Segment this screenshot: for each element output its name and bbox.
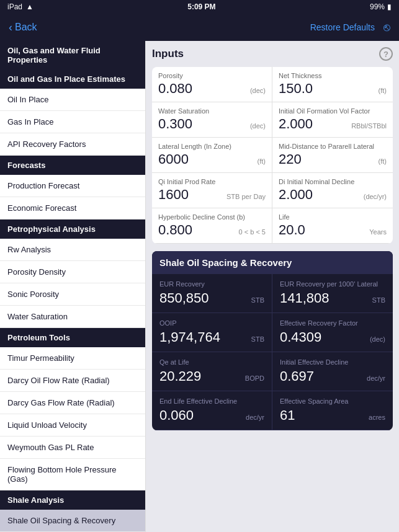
sidebar-item-liquid-unload[interactable]: Liquid Unload Velocity	[0, 414, 145, 437]
result-label-2: OOIP	[159, 319, 264, 327]
input-label-4: Lateral Length (In Zone)	[158, 143, 266, 150]
sidebar-item-timur-permeability[interactable]: Timur Permeability	[0, 347, 145, 370]
input-unit-5: (ft)	[379, 157, 387, 165]
battery-label: 99%	[370, 2, 385, 11]
inputs-grid: Porosity0.080(dec)Net Thickness150.0(ft)…	[152, 67, 393, 244]
input-value-6: 1600	[158, 187, 189, 203]
input-value-8: 0.800	[158, 222, 192, 238]
result-unit-5: dec/yr	[367, 375, 385, 382]
input-value-2: 0.300	[158, 116, 192, 132]
content-area: Inputs ? Porosity0.080(dec)Net Thickness…	[146, 41, 399, 532]
sidebar: Oil, Gas and Water Fluid PropertiesOil a…	[0, 41, 146, 532]
time-display: 5:09 PM	[187, 2, 215, 11]
nav-actions: Restore Defaults ⎋	[310, 21, 390, 34]
restore-defaults-button[interactable]: Restore Defaults	[310, 22, 375, 32]
back-label: Back	[15, 22, 37, 33]
result-cell-6: End Life Effective Decline0.060dec/yr	[152, 391, 272, 430]
result-unit-7: acres	[369, 414, 385, 421]
result-cell-3: Effective Recovery Factor0.4309(dec)	[272, 313, 393, 352]
share-button[interactable]: ⎋	[383, 21, 390, 34]
result-unit-0: STB	[251, 296, 264, 304]
status-bar: iPad ▲ 5:09 PM 99% ▮	[0, 0, 399, 14]
inputs-card: Porosity0.080(dec)Net Thickness150.0(ft)…	[152, 67, 393, 244]
result-unit-3: (dec)	[370, 335, 385, 343]
result-label-7: Effective Spacing Area	[280, 397, 385, 405]
sidebar-item-darcy-oil-radial[interactable]: Darcy Oil Flow Rate (Radial)	[0, 370, 145, 392]
sidebar-section-shale-analysis: Shale Analysis	[0, 490, 145, 510]
result-value-3: 0.4309	[280, 329, 321, 345]
sidebar-item-shale-oil-spacing[interactable]: Shale Oil Spacing & Recovery	[0, 510, 145, 532]
result-value-2: 1,974,764	[159, 329, 220, 345]
result-value-0: 850,850	[159, 290, 209, 306]
input-label-2: Water Saturation	[158, 107, 266, 115]
result-label-1: EUR Recovery per 1000' Lateral	[280, 280, 385, 288]
result-value-6: 0.060	[159, 407, 194, 423]
input-cell-0[interactable]: Porosity0.080(dec)	[152, 67, 272, 102]
sidebar-item-darcy-gas-radial[interactable]: Darcy Gas Flow Rate (Radial)	[0, 392, 145, 414]
input-cell-4[interactable]: Lateral Length (In Zone)6000(ft)	[152, 138, 272, 173]
back-arrow-icon: ‹	[9, 21, 12, 34]
input-value-7: 2.000	[279, 187, 313, 203]
input-unit-1: (ft)	[379, 87, 387, 94]
input-cell-2[interactable]: Water Saturation0.300(dec)	[152, 102, 272, 138]
status-left: iPad ▲	[7, 2, 34, 11]
input-label-0: Porosity	[158, 72, 266, 79]
sidebar-item-porosity-density[interactable]: Porosity Density	[0, 261, 145, 283]
input-cell-1[interactable]: Net Thickness150.0(ft)	[272, 67, 393, 102]
sidebar-section-oil-gas-water: Oil, Gas and Water Fluid Properties	[0, 41, 145, 69]
sidebar-section-forecasts: Forecasts	[0, 156, 145, 175]
result-cell-7: Effective Spacing Area61acres	[272, 391, 393, 430]
sidebar-item-flowing-bottom[interactable]: Flowing Bottom Hole Pressure (Gas)	[0, 459, 145, 490]
help-button[interactable]: ?	[379, 47, 393, 61]
input-cell-5[interactable]: Mid-Distance to Pararell Lateral220(ft)	[272, 138, 393, 173]
sidebar-section-petrophysical: Petrophysical Analysis	[0, 219, 145, 239]
input-label-9: Life	[279, 213, 387, 221]
wifi-icon: ▲	[26, 2, 34, 11]
results-grid: EUR Recovery850,850STBEUR Recovery per 1…	[152, 274, 393, 430]
input-unit-2: (dec)	[250, 122, 266, 130]
result-label-6: End Life Effective Decline	[159, 397, 264, 405]
status-right: 99% ▮	[370, 2, 392, 11]
input-cell-9[interactable]: Life20.0Years	[272, 208, 393, 244]
results-card: Shale Oil Spacing & Recovery EUR Recover…	[152, 251, 393, 430]
input-unit-4: (ft)	[258, 157, 266, 165]
input-unit-8: 0 < b < 5	[239, 228, 266, 236]
sidebar-item-rw-analysis[interactable]: Rw Analysis	[0, 239, 145, 261]
input-value-5: 220	[279, 151, 302, 167]
input-value-9: 20.0	[279, 222, 305, 238]
results-header: Shale Oil Spacing & Recovery	[152, 251, 393, 274]
result-cell-1: EUR Recovery per 1000' Lateral141,808STB	[272, 274, 393, 313]
input-cell-8[interactable]: Hyperbolic Decline Const (b)0.8000 < b <…	[152, 208, 272, 244]
result-value-1: 141,808	[280, 290, 330, 306]
sidebar-item-weymouth-gas[interactable]: Weymouth Gas PL Rate	[0, 437, 145, 459]
sidebar-item-sonic-porosity[interactable]: Sonic Porosity	[0, 283, 145, 306]
sidebar-item-economic-forecast[interactable]: Economic Forecast	[0, 197, 145, 219]
result-cell-2: OOIP1,974,764STB	[152, 313, 272, 352]
input-label-5: Mid-Distance to Pararell Lateral	[279, 143, 387, 150]
input-label-7: Di Initial Nominal Decline	[279, 178, 387, 185]
sidebar-item-production-forecast[interactable]: Production Forecast	[0, 175, 145, 197]
result-cell-4: Qe at Life20.229BOPD	[152, 352, 272, 391]
result-label-3: Effective Recovery Factor	[280, 319, 385, 327]
nav-bar: ‹ Back Restore Defaults ⎋	[0, 14, 399, 41]
result-unit-4: BOPD	[245, 375, 264, 382]
sidebar-item-api-recovery[interactable]: API Recovery Factors	[0, 133, 145, 156]
sidebar-item-gas-in-place[interactable]: Gas In Place	[0, 111, 145, 133]
result-value-4: 20.229	[159, 368, 201, 384]
carrier-label: iPad	[7, 2, 22, 11]
input-unit-6: STB per Day	[226, 193, 266, 200]
input-cell-3[interactable]: Initial Oil Formation Vol Factor2.000RBb…	[272, 102, 393, 138]
input-value-3: 2.000	[279, 116, 313, 132]
main-layout: Oil, Gas and Water Fluid PropertiesOil a…	[0, 41, 399, 532]
back-button[interactable]: ‹ Back	[9, 21, 37, 34]
sidebar-item-oil-in-place[interactable]: Oil In Place	[0, 89, 145, 111]
input-cell-6[interactable]: Qi Initial Prod Rate1600STB per Day	[152, 173, 272, 208]
result-unit-1: STB	[372, 296, 385, 304]
result-unit-2: STB	[251, 335, 264, 343]
input-unit-3: RBbl/STBbl	[351, 122, 387, 130]
sidebar-item-water-saturation[interactable]: Water Saturation	[0, 306, 145, 328]
input-unit-0: (dec)	[250, 87, 266, 94]
sidebar-section-oil-gas-in-place: Oil and Gas In Place Estimates	[0, 69, 145, 89]
input-cell-7[interactable]: Di Initial Nominal Decline2.000(dec/yr)	[272, 173, 393, 208]
result-value-7: 61	[280, 407, 295, 423]
